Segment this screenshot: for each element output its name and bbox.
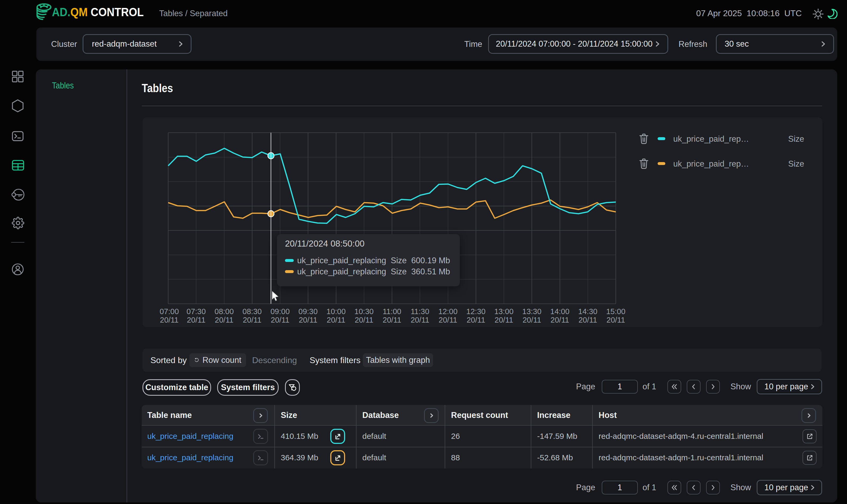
svg-text:09:30: 09:30 [299,307,318,316]
svg-text:11:30: 11:30 [411,307,429,316]
svg-text:20/11: 20/11 [551,316,569,324]
svg-text:20/11: 20/11 [355,316,373,324]
svg-text:20/11: 20/11 [494,316,513,324]
svg-text:20/11: 20/11 [383,316,401,324]
svg-text:13:00: 13:00 [494,307,513,316]
svg-text:12:30: 12:30 [466,307,486,316]
svg-text:20/11: 20/11 [187,316,205,324]
svg-text:20/11: 20/11 [438,316,457,324]
svg-text:20/11: 20/11 [578,316,597,324]
svg-text:14:30: 14:30 [578,307,597,316]
svg-text:20/11: 20/11 [215,316,233,324]
svg-text:11:00: 11:00 [383,307,401,316]
svg-text:14:00: 14:00 [551,307,570,316]
svg-text:09:00: 09:00 [270,307,290,316]
svg-text:10:00: 10:00 [327,307,346,316]
svg-text:20/11: 20/11 [160,316,179,324]
svg-text:20/11: 20/11 [523,316,541,324]
svg-text:13:30: 13:30 [522,307,542,316]
svg-text:10:30: 10:30 [354,307,374,316]
svg-text:20/11: 20/11 [607,316,625,324]
svg-text:20/11: 20/11 [327,316,345,324]
svg-text:08:30: 08:30 [242,307,262,316]
svg-text:20/11: 20/11 [243,316,262,324]
svg-text:20/11: 20/11 [271,316,289,324]
svg-text:15:00: 15:00 [606,307,626,316]
svg-text:08:00: 08:00 [215,307,234,316]
svg-text:20/11: 20/11 [299,316,317,324]
svg-text:07:30: 07:30 [186,307,206,316]
svg-text:12:00: 12:00 [438,307,458,316]
svg-text:20/11: 20/11 [411,316,429,324]
svg-text:07:00: 07:00 [160,307,179,316]
svg-text:20/11: 20/11 [467,316,485,324]
